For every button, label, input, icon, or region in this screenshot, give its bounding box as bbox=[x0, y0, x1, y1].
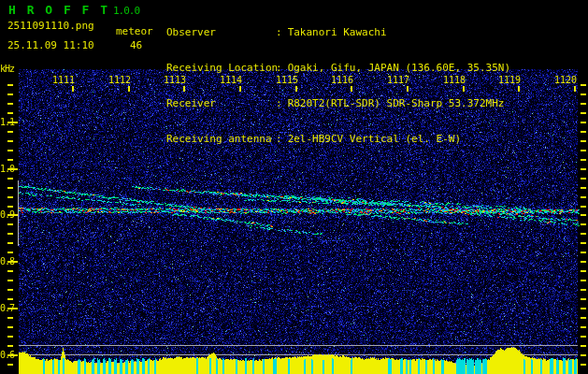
freq-label-0.8: 0.8 bbox=[0, 257, 13, 266]
info-value: R820T2(RTL-SDR) SDR-Sharp 53.372MHz bbox=[288, 97, 505, 109]
app-title: H R O F F T bbox=[8, 3, 109, 17]
time-label-1112: 1112 bbox=[107, 76, 131, 85]
hrofft-screen: H R O F F T 1.0.0 2511091110.png meteor … bbox=[0, 0, 588, 374]
station-info: Observer:Takanori Kawachi Receiving Loca… bbox=[166, 4, 510, 168]
info-label: Receiving antenna bbox=[166, 134, 276, 146]
time-label-1114: 1114 bbox=[218, 76, 242, 85]
time-label-1111: 1111 bbox=[50, 76, 75, 85]
info-separator: : bbox=[276, 62, 282, 74]
time-label-1116: 1116 bbox=[329, 76, 353, 85]
info-separator: : bbox=[276, 97, 282, 109]
info-value: 2el-HB9CV Vertical (el. E-W) bbox=[288, 133, 461, 145]
info-row-observer: Observer:Takanori Kawachi bbox=[166, 27, 510, 39]
time-label-1119: 1119 bbox=[496, 76, 521, 85]
info-label: Receiving Location bbox=[166, 63, 276, 75]
filename: 2511091110.png bbox=[7, 20, 94, 32]
y-axis-unit-label: kHz bbox=[0, 65, 14, 74]
time-label-1118: 1118 bbox=[441, 76, 466, 85]
info-row-location: Receiving Location:Ogaki, Gifu, JAPAN (1… bbox=[166, 63, 510, 75]
freq-label-1.0: 1.0 bbox=[0, 165, 13, 174]
info-label: Observer bbox=[166, 27, 276, 39]
echo-count: 46 bbox=[130, 39, 142, 51]
info-value: Ogaki, Gifu, JAPAN (136.60E, 35.35N) bbox=[288, 62, 510, 74]
datetime: 25.11.09 11:10 bbox=[7, 39, 94, 51]
info-value: Takanori Kawachi bbox=[288, 26, 387, 38]
mode-label: meteor bbox=[116, 25, 153, 37]
freq-label-0.9: 0.9 bbox=[0, 210, 13, 220]
time-label-1117: 1117 bbox=[385, 76, 409, 85]
freq-label-0.7: 0.7 bbox=[0, 304, 13, 313]
freq-label-1.1: 1.1 bbox=[0, 118, 13, 127]
info-separator: : bbox=[276, 133, 282, 145]
time-label-1113: 1113 bbox=[162, 76, 186, 85]
info-row-antenna: Receiving antenna:2el-HB9CV Vertical (el… bbox=[166, 134, 510, 146]
info-separator: : bbox=[276, 26, 282, 38]
app-version: 1.0.0 bbox=[113, 5, 139, 17]
info-row-receiver: Receiver:R820T2(RTL-SDR) SDR-Sharp 53.37… bbox=[166, 98, 510, 110]
info-label: Receiver bbox=[166, 98, 276, 110]
time-label-1120: 1120 bbox=[552, 76, 577, 85]
time-label-1115: 1115 bbox=[274, 76, 298, 85]
freq-label-0.6: 0.6 bbox=[0, 351, 13, 360]
